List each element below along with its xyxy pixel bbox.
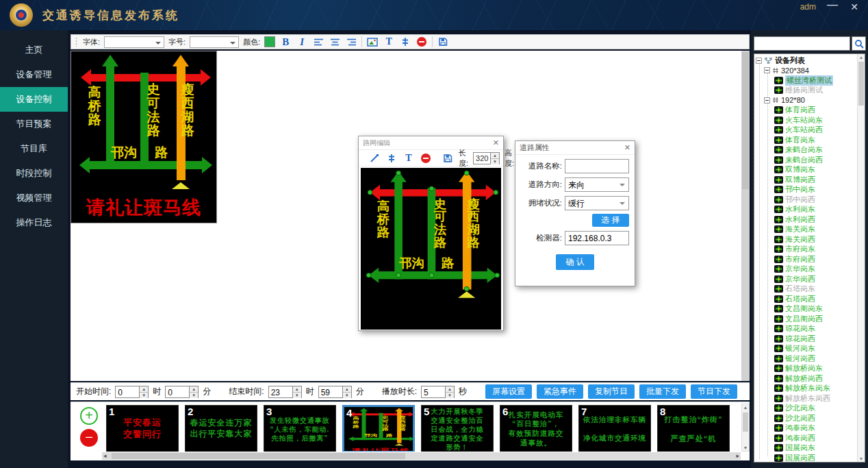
- road-handle[interactable]: [366, 273, 372, 278]
- sidebar-item-video-mgmt[interactable]: 视频管理: [0, 186, 68, 210]
- device-item[interactable]: 双博岗东: [756, 165, 856, 175]
- device-item[interactable]: 火车站岗东: [756, 115, 856, 125]
- minimize-icon[interactable]: —: [827, 0, 838, 11]
- align-left-icon[interactable]: [312, 36, 324, 48]
- device-item[interactable]: 邗中岗西: [756, 195, 856, 205]
- program-thumbnail-2[interactable]: 2春运安全连万家出行平安靠大家: [185, 405, 257, 452]
- save-icon[interactable]: [442, 152, 454, 164]
- device-item[interactable]: 京华岗西: [756, 274, 856, 284]
- editor-canvas[interactable]: 高桥路史可法路瘦西湖路邗沟路: [361, 168, 501, 330]
- road-handle[interactable]: [494, 273, 500, 278]
- expander-icon[interactable]: [764, 97, 770, 103]
- device-item[interactable]: 海关岗东: [756, 225, 856, 235]
- tree-group-320*384[interactable]: 320*384: [756, 66, 856, 76]
- device-item[interactable]: 市府岗西: [756, 254, 856, 264]
- road-handle[interactable]: [429, 273, 435, 278]
- step-down-icon[interactable]: ▼: [190, 392, 198, 398]
- program-thumbnail-7[interactable]: 7依法治理非标车辆 净化城市交通环境: [578, 405, 651, 452]
- scroll-up-icon[interactable]: ▲: [858, 55, 865, 60]
- start-minute-stepper[interactable]: 0▲▼: [165, 386, 199, 398]
- strip-vertical-scrollbar[interactable]: ▲ ▼: [741, 404, 750, 452]
- stop-icon[interactable]: [416, 36, 428, 48]
- align-right-icon[interactable]: [345, 36, 357, 48]
- duration-stepper[interactable]: 5▲▼: [421, 386, 455, 398]
- sidebar-item-home[interactable]: 主页: [0, 38, 68, 62]
- device-item[interactable]: 体育岗东: [756, 135, 856, 145]
- device-search-input[interactable]: [754, 36, 850, 51]
- step-up-icon[interactable]: ▲: [491, 153, 499, 158]
- device-item[interactable]: 来鹤台岗西: [756, 155, 856, 165]
- device-item[interactable]: 邗中岗东: [756, 185, 856, 195]
- device-item[interactable]: 银河岗西: [756, 354, 856, 364]
- image-icon[interactable]: [366, 36, 379, 48]
- font-select[interactable]: [104, 36, 164, 48]
- device-item[interactable]: 石塔岗西: [756, 294, 856, 304]
- sidebar-item-device-mgmt[interactable]: 设备管理: [0, 62, 68, 87]
- step-up-icon[interactable]: ▲: [140, 386, 148, 392]
- confirm-button[interactable]: 确 认: [556, 254, 594, 270]
- strip-horizontal-scrollbar[interactable]: ◂ ▸: [102, 452, 741, 460]
- color-swatch[interactable]: [264, 36, 275, 47]
- emergency-event-button[interactable]: 紧急事件: [537, 384, 583, 399]
- device-item[interactable]: 体育岗西: [756, 106, 856, 116]
- road-handle[interactable]: [464, 286, 470, 292]
- step-down-icon[interactable]: ▼: [446, 392, 454, 398]
- text-tool-icon[interactable]: T: [383, 36, 395, 48]
- device-item[interactable]: 双博岗西: [756, 175, 856, 185]
- step-up-icon[interactable]: ▲: [190, 386, 198, 392]
- dialog-titlebar[interactable]: 道路属性 ✕: [515, 141, 635, 155]
- device-item[interactable]: 火车站岗西: [756, 125, 856, 136]
- device-item[interactable]: 银河岗东: [756, 344, 856, 354]
- device-item[interactable]: 国展岗东: [756, 443, 856, 454]
- device-item[interactable]: 来鹤台岗东: [756, 145, 856, 156]
- dialog-titlebar[interactable]: 路网编辑 ✕: [359, 136, 503, 150]
- road-handle[interactable]: [396, 273, 401, 278]
- sidebar-item-program-plan[interactable]: 节目预案: [0, 112, 68, 136]
- pen-icon[interactable]: [368, 152, 381, 164]
- batch-send-button[interactable]: 批量下发: [639, 384, 686, 399]
- step-down-icon[interactable]: ▼: [491, 158, 499, 164]
- road-handle[interactable]: [429, 186, 435, 191]
- device-item[interactable]: 琼花岗东: [756, 324, 856, 334]
- device-item[interactable]: 水利岗西: [756, 214, 856, 225]
- scrollbar-thumb[interactable]: [858, 62, 864, 106]
- close-icon[interactable]: ✕: [624, 143, 630, 152]
- step-up-icon[interactable]: ▲: [343, 386, 351, 392]
- device-item[interactable]: 维扬岗测试: [756, 86, 856, 96]
- device-item[interactable]: 水利岗东: [756, 205, 856, 215]
- font-size-select[interactable]: [190, 36, 239, 48]
- program-thumbnail-3[interactable]: 3发生轻微交通事故“人未伤，车能动.先拍照，后撤离”: [264, 405, 336, 452]
- scroll-up-icon[interactable]: ▲: [742, 405, 749, 410]
- program-thumbnail-4[interactable]: 4高桥路史可法路瘦西湖路邗沟路请礼让斑马线: [342, 405, 415, 452]
- italic-button[interactable]: I: [296, 36, 308, 48]
- scroll-down-icon[interactable]: ▼: [858, 456, 865, 461]
- sidebar-item-program-library[interactable]: 节目库: [0, 136, 68, 161]
- device-item[interactable]: 解放桥东岗西: [756, 393, 856, 404]
- end-hour-stepper[interactable]: 23▲▼: [268, 386, 302, 398]
- tree-group-192*80[interactable]: 192*80: [756, 95, 856, 106]
- sidebar-item-device-control[interactable]: 设备控制: [0, 87, 68, 112]
- device-item[interactable]: 海关岗西: [756, 234, 856, 245]
- road-direction-select[interactable]: 来向: [565, 177, 629, 192]
- step-down-icon[interactable]: ▼: [293, 392, 301, 398]
- program-thumbnail-5[interactable]: 5大力开展秋冬季交通安全整治百日会战，全力稳定道路交通安全形势！: [421, 405, 494, 452]
- sidebar-item-time-control[interactable]: 时段控制: [0, 161, 68, 186]
- expander-icon[interactable]: [756, 58, 762, 64]
- select-button[interactable]: 选 择: [592, 214, 629, 227]
- scroll-down-icon[interactable]: ▼: [742, 445, 749, 450]
- sidebar-item-operation-log[interactable]: 操作日志: [0, 210, 68, 235]
- device-item[interactable]: 解放桥东岗东: [756, 384, 856, 394]
- device-item[interactable]: 文昌阁岗西: [756, 314, 856, 324]
- device-item[interactable]: 石塔岗东: [756, 284, 856, 295]
- start-hour-stepper[interactable]: 0▲▼: [115, 386, 149, 398]
- road-network-icon[interactable]: [385, 152, 398, 164]
- toolbar-grip-icon[interactable]: [75, 37, 77, 47]
- device-item[interactable]: 沙北岗东: [756, 404, 856, 414]
- copy-program-button[interactable]: 复制节目: [588, 384, 635, 399]
- scrollbar-thumb[interactable]: [742, 52, 749, 189]
- expander-icon[interactable]: [764, 67, 770, 73]
- scrollbar-thumb[interactable]: [112, 453, 405, 459]
- congestion-select[interactable]: 缓行: [565, 196, 629, 210]
- program-thumbnail-1[interactable]: 1平安春运交警同行: [106, 405, 179, 452]
- program-send-button[interactable]: 节目下发: [691, 384, 737, 399]
